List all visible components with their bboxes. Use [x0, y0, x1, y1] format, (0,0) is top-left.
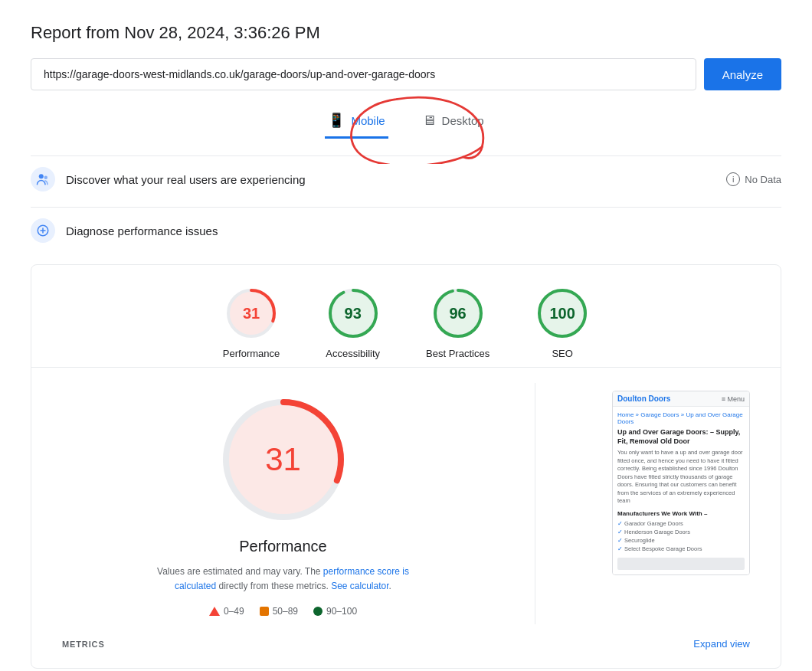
tab-desktop-label: Desktop	[442, 114, 484, 127]
thumb-section-title: Manufacturers We Work With –	[617, 510, 745, 517]
best-practices-score-value: 96	[449, 305, 466, 322]
scores-card: 31 Performance 93 Accessibility	[31, 264, 781, 669]
tab-mobile[interactable]: 📱 Mobile	[325, 106, 388, 139]
big-score-number: 31	[265, 441, 301, 478]
legend-red-icon	[209, 607, 220, 616]
thumb-list-item-1: Henderson Garage Doors	[617, 528, 745, 536]
tab-mobile-label: Mobile	[351, 114, 385, 127]
metrics-label: METRICS	[62, 640, 105, 649]
perf-note: Values are estimated and may vary. The p…	[138, 565, 429, 594]
svg-point-1	[44, 176, 48, 180]
score-item-performance[interactable]: 31 Performance	[223, 286, 280, 359]
thumb-breadcrumb: Home » Garage Doors » Up and Over Garage…	[617, 411, 745, 425]
device-tabs: 📱 Mobile 🖥 Desktop	[31, 106, 781, 139]
calculator-link[interactable]: See calculator	[331, 581, 388, 591]
thumb-h1: Up and Over Garage Doors: – Supply, Fit,…	[617, 428, 745, 446]
score-item-best-practices[interactable]: 96 Best Practices	[426, 286, 489, 359]
scores-divider	[31, 367, 781, 368]
perf-note-mid: directly from these metrics.	[216, 581, 331, 591]
diagnose-icon	[31, 218, 55, 243]
thumb-list-item-3: Select Bespoke Garage Doors	[617, 545, 745, 553]
thumb-list-item-2: Securoglide	[617, 536, 745, 545]
report-title: Report from Nov 28, 2024, 3:36:26 PM	[31, 23, 781, 43]
mobile-icon: 📱	[328, 112, 345, 129]
thumb-body: Home » Garage Doors » Up and Over Garage…	[613, 407, 749, 574]
perf-detail-title: Performance	[239, 538, 327, 555]
real-users-icon	[31, 167, 55, 191]
real-users-section: Discover what your real users are experi…	[31, 155, 781, 202]
score-circle-seo: 100	[535, 286, 589, 340]
thumb-list: Garador Garage Doors Henderson Garage Do…	[617, 519, 745, 553]
tab-desktop[interactable]: 🖥 Desktop	[419, 106, 487, 139]
perf-detail: 31 Performance Values are estimated and …	[62, 383, 750, 624]
thumb-list-item-0: Garador Garage Doors	[617, 519, 745, 528]
desktop-icon: 🖥	[422, 113, 436, 129]
score-circle-accessibility: 93	[326, 286, 380, 340]
no-data-link[interactable]: i No Data	[726, 172, 781, 186]
score-circle-best-practices: 96	[431, 286, 485, 340]
legend-red: 0–49	[209, 606, 244, 617]
no-data-label: No Data	[745, 174, 781, 185]
big-gauge: 31	[214, 391, 352, 529]
metrics-bar: METRICS Expand view	[62, 627, 750, 653]
legend-row: 0–49 50–89 90–100	[209, 606, 357, 617]
legend-green: 90–100	[313, 606, 357, 617]
accessibility-score-label: Accessibility	[326, 348, 380, 359]
score-circle-performance: 31	[224, 286, 278, 340]
info-icon: i	[726, 172, 740, 186]
performance-score-value: 31	[243, 305, 260, 322]
best-practices-score-label: Best Practices	[426, 348, 489, 359]
legend-orange-icon	[260, 607, 269, 616]
legend-green-icon	[313, 607, 323, 616]
thumb-body-text: You only want to have a up and over gara…	[617, 449, 745, 506]
real-users-label: Discover what your real users are experi…	[66, 173, 726, 186]
thumb-footer	[617, 558, 745, 570]
diagnose-section: Diagnose performance issues 31 Performan…	[31, 207, 781, 669]
legend-orange-range: 50–89	[273, 606, 298, 617]
thumb-header: Doulton Doors ≡ Menu	[613, 391, 749, 407]
scores-row: 31 Performance 93 Accessibility	[62, 286, 750, 359]
analyze-button[interactable]: Analyze	[704, 58, 781, 90]
perf-note-end: .	[389, 581, 391, 591]
perf-left: 31 Performance Values are estimated and …	[62, 383, 504, 624]
seo-score-value: 100	[549, 305, 575, 322]
url-bar-row: Analyze	[31, 58, 781, 90]
thumb-menu: ≡ Menu	[722, 395, 745, 403]
legend-red-range: 0–49	[224, 606, 244, 617]
seo-score-label: SEO	[552, 348, 572, 359]
diagnose-label: Diagnose performance issues	[66, 224, 781, 237]
page-thumbnail: Doulton Doors ≡ Menu Home » Garage Doors…	[612, 391, 750, 575]
thumb-brand: Doulton Doors	[617, 394, 670, 403]
perf-right: Doulton Doors ≡ Menu Home » Garage Doors…	[566, 383, 750, 624]
accessibility-score-value: 93	[345, 305, 362, 322]
perf-note-plain: Values are estimated and may vary. The	[157, 566, 323, 577]
score-item-seo[interactable]: 100 SEO	[535, 286, 589, 359]
url-input[interactable]	[31, 58, 696, 90]
expand-view-button[interactable]: Expand view	[693, 638, 750, 650]
diagnose-row: Diagnose performance issues	[31, 207, 781, 254]
legend-orange: 50–89	[260, 606, 298, 617]
performance-score-label: Performance	[223, 348, 280, 359]
svg-point-0	[39, 174, 44, 178]
legend-green-range: 90–100	[326, 606, 357, 617]
vertical-divider	[535, 383, 535, 624]
score-item-accessibility[interactable]: 93 Accessibility	[326, 286, 380, 359]
